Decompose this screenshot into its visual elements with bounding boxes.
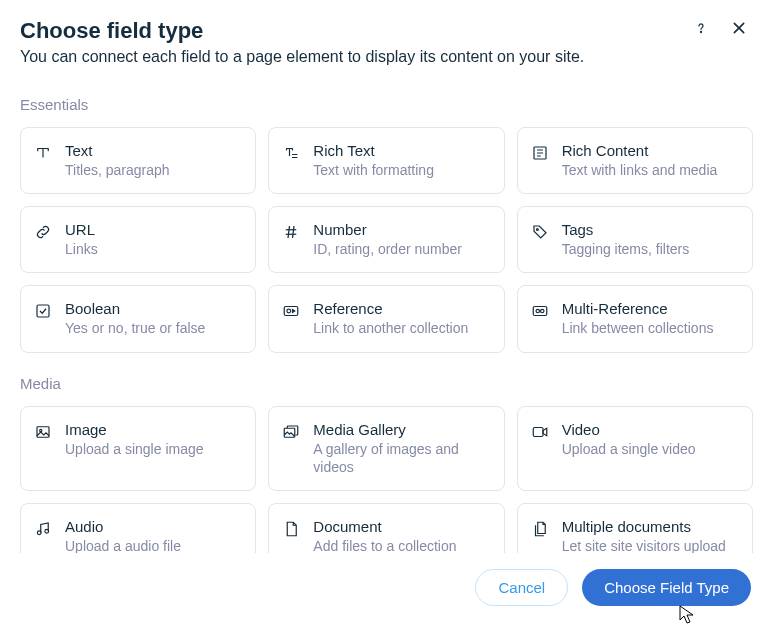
field-card-richtext[interactable]: Rich TextText with formatting [268, 127, 504, 194]
svg-rect-18 [533, 427, 543, 436]
field-grid-media: ImageUpload a single imageMedia GalleryA… [20, 406, 753, 553]
dialog-subtitle: You can connect each field to a page ele… [20, 48, 749, 66]
field-card-title: Text [65, 142, 170, 159]
field-card-desc: Links [65, 240, 98, 258]
field-card-desc: A gallery of images and videos [313, 440, 491, 476]
field-card-title: Multiple documents [562, 518, 740, 535]
field-card-title: Rich Text [313, 142, 434, 159]
gallery-icon [281, 421, 301, 441]
svg-point-19 [37, 531, 41, 535]
checkbox-icon [33, 300, 53, 320]
reference-icon [281, 300, 301, 320]
dialog-footer: Cancel Choose Field Type [0, 553, 773, 630]
field-card-reference[interactable]: ReferenceLink to another collection [268, 285, 504, 352]
field-card-document[interactable]: DocumentAdd files to a collection [268, 503, 504, 553]
help-button[interactable] [691, 18, 711, 38]
field-card-title: Media Gallery [313, 421, 491, 438]
field-card-desc: Add files to a collection [313, 537, 456, 553]
field-card-title: Boolean [65, 300, 205, 317]
field-card-desc: Text with links and media [562, 161, 718, 179]
document-icon [281, 518, 301, 538]
svg-point-11 [287, 310, 291, 314]
svg-line-6 [288, 226, 290, 238]
field-card-title: Document [313, 518, 456, 535]
image-icon [33, 421, 53, 441]
close-button[interactable] [729, 18, 749, 38]
svg-rect-15 [37, 426, 49, 437]
field-card-title: Video [562, 421, 696, 438]
field-card-desc: Yes or no, true or false [65, 319, 205, 337]
svg-point-14 [540, 310, 543, 313]
multi-reference-icon [530, 300, 550, 320]
field-card-gallery[interactable]: Media GalleryA gallery of images and vid… [268, 406, 504, 491]
field-card-title: Multi-Reference [562, 300, 714, 317]
choose-field-type-dialog: Choose field type You can connect each f… [0, 0, 773, 630]
multi-document-icon [530, 518, 550, 538]
field-card-title: Reference [313, 300, 468, 317]
field-card-title: Rich Content [562, 142, 718, 159]
field-card-audio[interactable]: AudioUpload a audio file [20, 503, 256, 553]
link-icon [33, 221, 53, 241]
svg-line-7 [293, 226, 295, 238]
field-card-desc: Upload a audio file [65, 537, 181, 553]
section-title-essentials: Essentials [20, 96, 753, 113]
field-card-desc: Let site site visitors upload files to a… [562, 537, 740, 553]
field-card-desc: Upload a single image [65, 440, 204, 458]
field-card-title: URL [65, 221, 98, 238]
svg-rect-9 [37, 305, 49, 317]
svg-point-0 [700, 31, 701, 32]
tag-icon [530, 221, 550, 241]
field-card-multidoc[interactable]: Multiple documentsLet site site visitors… [517, 503, 753, 553]
field-card-title: Image [65, 421, 204, 438]
field-card-desc: Link to another collection [313, 319, 468, 337]
field-card-richcontent[interactable]: Rich ContentText with links and media [517, 127, 753, 194]
audio-icon [33, 518, 53, 538]
help-icon [693, 20, 709, 36]
field-card-desc: Upload a single video [562, 440, 696, 458]
dialog-header: Choose field type You can connect each f… [0, 0, 773, 74]
field-card-desc: Link between collections [562, 319, 714, 337]
rich-text-icon [281, 142, 301, 162]
svg-point-20 [45, 529, 49, 533]
field-card-number[interactable]: NumberID, rating, order number [268, 206, 504, 273]
field-card-image[interactable]: ImageUpload a single image [20, 406, 256, 491]
field-card-url[interactable]: URLLinks [20, 206, 256, 273]
cancel-button[interactable]: Cancel [475, 569, 568, 606]
field-card-desc: Tagging items, filters [562, 240, 690, 258]
section-title-media: Media [20, 375, 753, 392]
dialog-title: Choose field type [20, 18, 203, 44]
field-card-title: Tags [562, 221, 690, 238]
field-card-boolean[interactable]: BooleanYes or no, true or false [20, 285, 256, 352]
text-icon [33, 142, 53, 162]
svg-point-8 [536, 229, 538, 231]
field-card-video[interactable]: VideoUpload a single video [517, 406, 753, 491]
hash-icon [281, 221, 301, 241]
video-icon [530, 421, 550, 441]
rich-content-icon [530, 142, 550, 162]
field-type-scroll-area[interactable]: EssentialsTextTitles, paragraphRich Text… [0, 74, 773, 553]
field-card-text[interactable]: TextTitles, paragraph [20, 127, 256, 194]
field-card-multireference[interactable]: Multi-ReferenceLink between collections [517, 285, 753, 352]
field-card-desc: Text with formatting [313, 161, 434, 179]
choose-field-type-button[interactable]: Choose Field Type [582, 569, 751, 606]
field-card-title: Number [313, 221, 462, 238]
field-card-desc: Titles, paragraph [65, 161, 170, 179]
svg-point-13 [536, 310, 539, 313]
field-card-tags[interactable]: TagsTagging items, filters [517, 206, 753, 273]
field-grid-essentials: TextTitles, paragraphRich TextText with … [20, 127, 753, 353]
field-card-desc: ID, rating, order number [313, 240, 462, 258]
close-icon [731, 20, 747, 36]
field-card-title: Audio [65, 518, 181, 535]
